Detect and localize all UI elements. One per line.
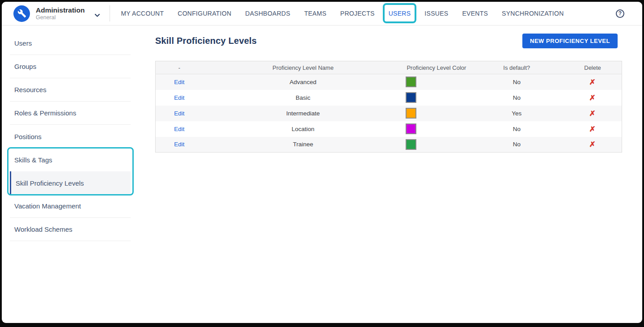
sidebar-item-users[interactable]: Users	[10, 32, 131, 55]
content-area: Users Groups Resources Roles & Permissio…	[2, 25, 642, 323]
main-panel: Skill Proficiency Levels NEW PROFICIENCY…	[140, 25, 642, 323]
main-header: Skill Proficiency Levels NEW PROFICIENCY…	[155, 34, 622, 48]
level-name: Basic	[203, 90, 403, 106]
color-swatch	[406, 123, 416, 134]
table-header-row: - Proficiency Level Name Proficiency Lev…	[156, 61, 622, 74]
nav-item-issues[interactable]: ISSUES	[424, 10, 448, 17]
edit-link[interactable]: Edit	[174, 110, 184, 117]
level-name: Advanced	[203, 74, 403, 90]
is-default-value: No	[470, 90, 564, 106]
column-header-default: Is default?	[470, 61, 564, 74]
sidebar-item-skill-proficiency-levels[interactable]: Skill Proficiency Levels	[10, 171, 131, 195]
table-row: Edit Advanced No ✗	[156, 74, 622, 90]
nav-item-configuration[interactable]: CONFIGURATION	[178, 10, 231, 17]
nav-item-teams[interactable]: TEAMS	[304, 10, 326, 17]
column-header-name: Proficiency Level Name	[203, 61, 403, 74]
delete-icon[interactable]: ✗	[589, 109, 596, 118]
nav-item-projects[interactable]: PROJECTS	[340, 10, 375, 17]
sidebar-item-roles-permissions[interactable]: Roles & Permissions	[10, 102, 131, 125]
nav-item-synchronization[interactable]: SYNCHRONIZATION	[502, 10, 564, 17]
nav-item-events[interactable]: EVENTS	[462, 10, 488, 17]
brand-subtitle: General	[36, 14, 85, 21]
column-header-color: Proficiency Level Color	[403, 61, 470, 74]
level-name: Location	[203, 121, 403, 137]
is-default-value: No	[470, 121, 564, 137]
table-row: Edit Trainee No ✗	[156, 137, 622, 153]
sidebar-item-positions[interactable]: Positions	[10, 125, 131, 148]
nav-item-dashboards[interactable]: DASHBOARDS	[245, 10, 290, 17]
sidebar-item-vacation-management[interactable]: Vacation Management	[10, 195, 131, 218]
delete-icon[interactable]: ✗	[589, 78, 596, 86]
brand-text: Administration General	[36, 6, 85, 21]
top-navigation-bar: Administration General MY ACCOUNT CONFIG…	[2, 2, 642, 25]
nav-item-users[interactable]: USERS	[389, 10, 411, 17]
page-title: Skill Proficiency Levels	[155, 36, 257, 46]
sidebar-item-resources[interactable]: Resources	[10, 78, 131, 102]
admin-sidebar: Users Groups Resources Roles & Permissio…	[2, 25, 140, 323]
table-row: Edit Location No ✗	[156, 121, 622, 137]
new-proficiency-level-button[interactable]: NEW PROFICIENCY LEVEL	[522, 34, 618, 48]
sidebar-item-groups[interactable]: Groups	[10, 55, 131, 78]
color-swatch	[406, 139, 416, 150]
level-name: Trainee	[203, 137, 403, 153]
nav-divider	[110, 5, 110, 21]
nav-item-my-account[interactable]: MY ACCOUNT	[121, 10, 164, 17]
color-swatch	[406, 92, 416, 103]
column-header-delete: Delete	[564, 61, 622, 74]
delete-icon[interactable]: ✗	[589, 125, 596, 133]
nav-items: MY ACCOUNT CONFIGURATION DASHBOARDS TEAM…	[121, 9, 616, 17]
edit-link[interactable]: Edit	[174, 94, 184, 101]
edit-link[interactable]: Edit	[174, 126, 184, 132]
table-row: Edit Basic No ✗	[156, 90, 622, 106]
color-swatch	[406, 108, 416, 119]
delete-icon[interactable]: ✗	[589, 140, 596, 149]
column-header-actions: -	[156, 61, 203, 74]
sidebar-item-skills-tags[interactable]: Skills & Tags	[10, 148, 131, 171]
level-name: Intermediate	[203, 106, 403, 121]
wrench-icon	[13, 5, 30, 22]
is-default-value: No	[470, 137, 564, 153]
help-icon[interactable]: ?	[616, 9, 624, 18]
edit-link[interactable]: Edit	[174, 79, 184, 85]
sidebar-item-workload-schemes[interactable]: Workload Schemes	[10, 218, 131, 241]
workspace-switcher[interactable]: Administration General	[13, 5, 100, 22]
is-default-value: No	[470, 74, 564, 90]
table-row: Edit Intermediate Yes ✗	[156, 106, 622, 121]
is-default-value: Yes	[470, 106, 564, 121]
color-swatch	[406, 76, 416, 87]
app-window: Administration General MY ACCOUNT CONFIG…	[2, 2, 642, 323]
proficiency-levels-table: - Proficiency Level Name Proficiency Lev…	[155, 61, 622, 153]
brand-title: Administration	[36, 6, 85, 14]
chevron-down-icon[interactable]	[95, 11, 100, 19]
edit-link[interactable]: Edit	[174, 141, 184, 148]
delete-icon[interactable]: ✗	[589, 93, 596, 102]
